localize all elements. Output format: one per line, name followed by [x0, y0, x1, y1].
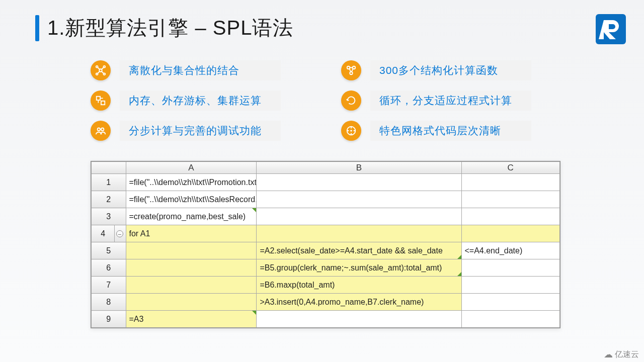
row-header: 3 — [92, 208, 126, 225]
target-icon — [341, 121, 361, 141]
cell-B9 — [257, 311, 461, 328]
cell-A5 — [126, 242, 257, 259]
svg-point-5 — [104, 73, 106, 75]
feature-label: 300多个结构化计算函数 — [370, 60, 531, 80]
cell-B4 — [257, 225, 461, 242]
cell-C9 — [461, 311, 560, 328]
svg-point-12 — [350, 72, 353, 75]
svg-point-2 — [96, 66, 98, 68]
spl-code-grid: A B C 1 =file("..\\demo\\zh\\txt\\Promot… — [91, 161, 560, 328]
col-header-C: C — [461, 162, 560, 174]
cell-B5: =A2.select(sale_date>=A4.start_date && s… — [257, 242, 461, 259]
cell-B3 — [257, 208, 461, 225]
feature-label: 循环，分支适应过程式计算 — [370, 90, 531, 111]
grid-row: 6 =B5.group(clerk_name;~.sum(sale_amt):t… — [92, 259, 560, 277]
feature-label: 内存、外存游标、集群运算 — [120, 90, 281, 111]
cell-C7 — [461, 277, 560, 294]
feature-col-left: 离散化与集合性的结合 内存、外存游标、集群运算 分步计算与完善的调试功能 — [91, 60, 281, 141]
row-header: 7 — [92, 277, 126, 294]
code-table: A B C 1 =file("..\\demo\\zh\\txt\\Promot… — [91, 161, 560, 328]
feature-col-right: 300多个结构化计算函数 循环，分支适应过程式计算 特色网格式代码层次清晰 — [341, 60, 531, 141]
logo-r-icon — [595, 13, 627, 45]
cell-text: =A3 — [129, 315, 144, 323]
cell-A6 — [126, 259, 257, 277]
cell-text: =create(promo_name,best_sale) — [129, 212, 246, 221]
brand-logo — [595, 13, 627, 45]
cell-C4 — [461, 225, 560, 242]
col-header-A: A — [126, 162, 257, 174]
cloud-icon: ☁ — [604, 349, 613, 360]
feature-label: 离散化与集合性的结合 — [120, 60, 281, 80]
grid-row: 8 >A3.insert(0,A4.promo_name,B7.clerk_na… — [92, 294, 560, 311]
row-header: 1 — [92, 174, 126, 191]
cell-marker-icon — [252, 208, 256, 212]
watermark: ☁ 亿速云 — [604, 349, 639, 360]
feature-grid: 离散化与集合性的结合 内存、外存游标、集群运算 分步计算与完善的调试功能 — [91, 60, 574, 141]
svg-point-9 — [101, 128, 104, 131]
cell-B7: =B6.maxp(total_amt) — [257, 277, 461, 294]
nodes-icon — [341, 60, 361, 80]
cell-C3 — [461, 208, 560, 225]
cell-A3: =create(promo_name,best_sale) — [126, 208, 257, 225]
grid-header-row: A B C — [92, 162, 560, 174]
cell-A1: =file("..\\demo\\zh\\txt\\Promotion.txt"… — [126, 174, 257, 191]
slide-title: 1.新型算法引擎 – SPL语法 — [47, 14, 293, 42]
cell-text: =A2.select(sale_date>=A4.start_date && s… — [260, 246, 442, 255]
feature-label: 分步计算与完善的调试功能 — [120, 121, 281, 141]
feature-item: 内存、外存游标、集群运算 — [91, 90, 281, 111]
row-header: 2 — [92, 191, 126, 208]
slide: 1.新型算法引擎 – SPL语法 离散化与集合性的结合 内存、外存游标、集群运算 — [0, 0, 644, 362]
cell-B2 — [257, 191, 461, 208]
cell-A7 — [126, 277, 257, 294]
cell-marker-icon — [457, 272, 461, 276]
feature-label: 特色网格式代码层次清晰 — [370, 121, 531, 141]
feature-item: 离散化与集合性的结合 — [91, 60, 281, 80]
collapse-icon: – — [116, 230, 123, 237]
cell-C1 — [461, 174, 560, 191]
cell-A8 — [126, 294, 257, 311]
grid-row: 7 =B6.maxp(total_amt) — [92, 277, 560, 294]
cell-A4: for A1 — [126, 225, 257, 242]
people-icon — [91, 121, 111, 141]
title-bar: 1.新型算法引擎 – SPL语法 — [35, 14, 293, 42]
cell-marker-icon — [457, 255, 461, 259]
svg-point-8 — [98, 128, 101, 131]
svg-rect-7 — [101, 101, 105, 105]
grid-corner — [92, 162, 126, 174]
cell-A2: =file("..\\demo\\zh\\txt\\SalesRecord.tx… — [126, 191, 257, 208]
cursor-icon — [91, 90, 111, 111]
cell-marker-icon — [252, 311, 256, 315]
network-icon — [91, 60, 111, 80]
cell-C5: <=A4.end_date) — [461, 242, 560, 259]
row-header: 4 — [92, 225, 115, 242]
feature-item: 循环，分支适应过程式计算 — [341, 90, 531, 111]
grid-row: 5 =A2.select(sale_date>=A4.start_date &&… — [92, 242, 560, 259]
row-header: 5 — [92, 242, 126, 259]
row-header: 6 — [92, 259, 126, 277]
feature-item: 特色网格式代码层次清晰 — [341, 121, 531, 141]
cell-A9: =A3 — [126, 311, 257, 328]
cell-text: =B5.group(clerk_name;~.sum(sale_amt):tot… — [260, 263, 442, 272]
cell-C2 — [461, 191, 560, 208]
grid-row: 4 – for A1 — [92, 225, 560, 242]
cell-B6: =B5.group(clerk_name;~.sum(sale_amt):tot… — [257, 259, 461, 277]
cell-C8 — [461, 294, 560, 311]
cell-C6 — [461, 259, 560, 277]
row-header: 8 — [92, 294, 126, 311]
svg-point-4 — [96, 73, 98, 75]
feature-item: 300多个结构化计算函数 — [341, 60, 531, 80]
row-header: 9 — [92, 311, 126, 328]
row-toggle[interactable]: – — [115, 225, 126, 242]
grid-row: 9 =A3 — [92, 311, 560, 328]
cell-B8: >A3.insert(0,A4.promo_name,B7.clerk_name… — [257, 294, 461, 311]
svg-rect-6 — [97, 97, 100, 100]
col-header-B: B — [257, 162, 461, 174]
watermark-text: 亿速云 — [615, 349, 639, 360]
grid-body: 1 =file("..\\demo\\zh\\txt\\Promotion.tx… — [92, 174, 560, 328]
loop-icon — [341, 90, 361, 111]
svg-point-14 — [350, 130, 352, 132]
feature-item: 分步计算与完善的调试功能 — [91, 121, 281, 141]
cell-B1 — [257, 174, 461, 191]
grid-row: 3 =create(promo_name,best_sale) — [92, 208, 560, 225]
title-accent — [35, 15, 39, 41]
